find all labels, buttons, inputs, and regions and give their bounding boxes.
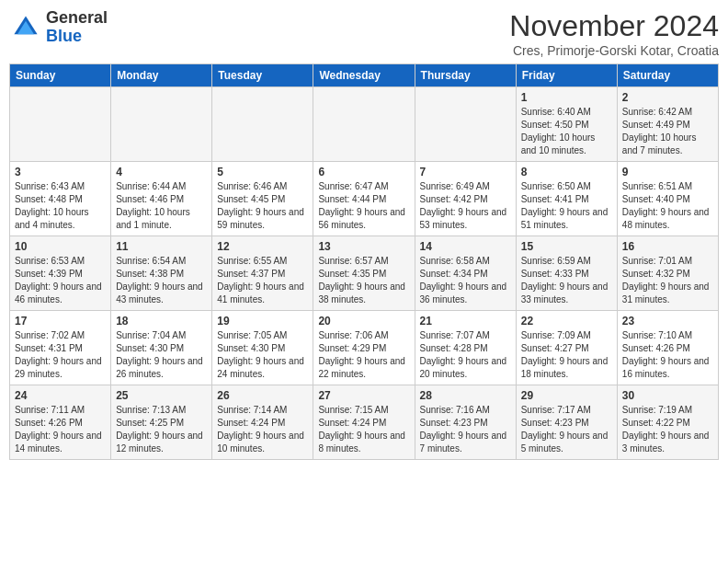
calendar-cell: 19Sunrise: 7:05 AM Sunset: 4:30 PM Dayli… bbox=[212, 311, 313, 385]
day-info: Sunrise: 6:55 AM Sunset: 4:37 PM Dayligh… bbox=[217, 255, 308, 306]
calendar-cell: 9Sunrise: 6:51 AM Sunset: 4:40 PM Daylig… bbox=[617, 162, 718, 236]
day-info: Sunrise: 7:04 AM Sunset: 4:30 PM Dayligh… bbox=[116, 329, 207, 381]
day-number: 26 bbox=[217, 389, 308, 402]
weekday-header-monday: Monday bbox=[111, 64, 212, 87]
calendar-cell: 8Sunrise: 6:50 AM Sunset: 4:41 PM Daylig… bbox=[516, 162, 617, 236]
day-number: 25 bbox=[116, 389, 207, 402]
day-number: 20 bbox=[318, 315, 409, 327]
day-info: Sunrise: 6:44 AM Sunset: 4:46 PM Dayligh… bbox=[116, 180, 207, 232]
logo-text: General Blue bbox=[46, 9, 108, 46]
calendar-cell: 10Sunrise: 6:53 AM Sunset: 4:39 PM Dayli… bbox=[10, 236, 111, 311]
location-subtitle: Cres, Primorje-Gorski Kotar, Croatia bbox=[509, 43, 719, 58]
weekday-header-friday: Friday bbox=[516, 64, 617, 87]
day-number: 8 bbox=[521, 166, 612, 178]
calendar-header: SundayMondayTuesdayWednesdayThursdayFrid… bbox=[10, 64, 719, 87]
calendar-week-2: 3Sunrise: 6:43 AM Sunset: 4:48 PM Daylig… bbox=[10, 162, 719, 236]
day-info: Sunrise: 7:09 AM Sunset: 4:27 PM Dayligh… bbox=[521, 329, 612, 381]
day-info: Sunrise: 7:07 AM Sunset: 4:28 PM Dayligh… bbox=[420, 329, 511, 381]
day-info: Sunrise: 7:05 AM Sunset: 4:30 PM Dayligh… bbox=[217, 329, 308, 381]
day-number: 6 bbox=[318, 166, 409, 178]
day-info: Sunrise: 6:49 AM Sunset: 4:42 PM Dayligh… bbox=[420, 180, 511, 232]
logo-general: General bbox=[46, 8, 108, 27]
day-info: Sunrise: 6:54 AM Sunset: 4:38 PM Dayligh… bbox=[116, 255, 207, 306]
calendar-cell: 5Sunrise: 6:46 AM Sunset: 4:45 PM Daylig… bbox=[212, 162, 313, 236]
calendar-cell: 20Sunrise: 7:06 AM Sunset: 4:29 PM Dayli… bbox=[313, 311, 415, 385]
calendar-cell: 18Sunrise: 7:04 AM Sunset: 4:30 PM Dayli… bbox=[111, 311, 212, 385]
calendar-cell: 2Sunrise: 6:42 AM Sunset: 4:49 PM Daylig… bbox=[617, 87, 718, 162]
day-number: 18 bbox=[116, 315, 207, 327]
month-title: November 2024 bbox=[509, 9, 719, 43]
calendar-body: 1Sunrise: 6:40 AM Sunset: 4:50 PM Daylig… bbox=[10, 87, 719, 460]
day-info: Sunrise: 6:42 AM Sunset: 4:49 PM Dayligh… bbox=[622, 106, 713, 157]
day-info: Sunrise: 7:13 AM Sunset: 4:25 PM Dayligh… bbox=[116, 404, 207, 455]
calendar-week-4: 17Sunrise: 7:02 AM Sunset: 4:31 PM Dayli… bbox=[10, 311, 719, 385]
day-info: Sunrise: 6:40 AM Sunset: 4:50 PM Dayligh… bbox=[521, 106, 612, 157]
day-number: 1 bbox=[521, 91, 612, 104]
day-number: 11 bbox=[116, 240, 207, 253]
day-info: Sunrise: 7:19 AM Sunset: 4:22 PM Dayligh… bbox=[622, 404, 713, 455]
day-info: Sunrise: 6:51 AM Sunset: 4:40 PM Dayligh… bbox=[622, 180, 713, 232]
day-info: Sunrise: 6:47 AM Sunset: 4:44 PM Dayligh… bbox=[318, 180, 409, 232]
day-number: 16 bbox=[622, 240, 713, 253]
calendar-cell: 14Sunrise: 6:58 AM Sunset: 4:34 PM Dayli… bbox=[415, 236, 516, 311]
day-number: 21 bbox=[420, 315, 511, 327]
title-area: November 2024 Cres, Primorje-Gorski Kota… bbox=[509, 9, 719, 58]
calendar-cell bbox=[212, 87, 313, 162]
weekday-header-tuesday: Tuesday bbox=[212, 64, 313, 87]
day-number: 28 bbox=[420, 389, 511, 402]
day-info: Sunrise: 7:06 AM Sunset: 4:29 PM Dayligh… bbox=[318, 329, 409, 381]
day-info: Sunrise: 6:43 AM Sunset: 4:48 PM Dayligh… bbox=[15, 180, 106, 232]
day-info: Sunrise: 6:58 AM Sunset: 4:34 PM Dayligh… bbox=[420, 255, 511, 306]
logo-icon bbox=[9, 11, 42, 44]
day-number: 3 bbox=[15, 166, 106, 178]
day-number: 12 bbox=[217, 240, 308, 253]
calendar-cell bbox=[10, 87, 111, 162]
calendar-cell: 26Sunrise: 7:14 AM Sunset: 4:24 PM Dayli… bbox=[212, 385, 313, 460]
day-number: 23 bbox=[622, 315, 713, 327]
day-number: 30 bbox=[622, 389, 713, 402]
day-info: Sunrise: 6:57 AM Sunset: 4:35 PM Dayligh… bbox=[318, 255, 409, 306]
calendar-cell: 16Sunrise: 7:01 AM Sunset: 4:32 PM Dayli… bbox=[617, 236, 718, 311]
calendar-cell bbox=[415, 87, 516, 162]
day-number: 7 bbox=[420, 166, 511, 178]
day-info: Sunrise: 7:02 AM Sunset: 4:31 PM Dayligh… bbox=[15, 329, 106, 381]
calendar-cell: 7Sunrise: 6:49 AM Sunset: 4:42 PM Daylig… bbox=[415, 162, 516, 236]
calendar-cell: 15Sunrise: 6:59 AM Sunset: 4:33 PM Dayli… bbox=[516, 236, 617, 311]
calendar-cell: 4Sunrise: 6:44 AM Sunset: 4:46 PM Daylig… bbox=[111, 162, 212, 236]
calendar-cell: 28Sunrise: 7:16 AM Sunset: 4:23 PM Dayli… bbox=[415, 385, 516, 460]
day-number: 27 bbox=[318, 389, 409, 402]
day-number: 22 bbox=[521, 315, 612, 327]
calendar-cell: 11Sunrise: 6:54 AM Sunset: 4:38 PM Dayli… bbox=[111, 236, 212, 311]
day-info: Sunrise: 6:50 AM Sunset: 4:41 PM Dayligh… bbox=[521, 180, 612, 232]
weekday-row: SundayMondayTuesdayWednesdayThursdayFrid… bbox=[10, 64, 719, 87]
calendar-cell: 23Sunrise: 7:10 AM Sunset: 4:26 PM Dayli… bbox=[617, 311, 718, 385]
calendar-cell: 6Sunrise: 6:47 AM Sunset: 4:44 PM Daylig… bbox=[313, 162, 415, 236]
logo: General Blue bbox=[9, 9, 108, 46]
calendar-cell: 27Sunrise: 7:15 AM Sunset: 4:24 PM Dayli… bbox=[313, 385, 415, 460]
day-info: Sunrise: 7:17 AM Sunset: 4:23 PM Dayligh… bbox=[521, 404, 612, 455]
day-number: 19 bbox=[217, 315, 308, 327]
calendar-week-5: 24Sunrise: 7:11 AM Sunset: 4:26 PM Dayli… bbox=[10, 385, 719, 460]
day-info: Sunrise: 7:14 AM Sunset: 4:24 PM Dayligh… bbox=[217, 404, 308, 455]
weekday-header-wednesday: Wednesday bbox=[313, 64, 415, 87]
logo-blue: Blue bbox=[46, 27, 82, 45]
page-header: General Blue November 2024 Cres, Primorj… bbox=[9, 9, 719, 58]
calendar-cell: 25Sunrise: 7:13 AM Sunset: 4:25 PM Dayli… bbox=[111, 385, 212, 460]
calendar-table: SundayMondayTuesdayWednesdayThursdayFrid… bbox=[9, 63, 719, 460]
day-info: Sunrise: 6:53 AM Sunset: 4:39 PM Dayligh… bbox=[15, 255, 106, 306]
calendar-cell: 12Sunrise: 6:55 AM Sunset: 4:37 PM Dayli… bbox=[212, 236, 313, 311]
day-number: 17 bbox=[15, 315, 106, 327]
day-number: 10 bbox=[15, 240, 106, 253]
weekday-header-sunday: Sunday bbox=[10, 64, 111, 87]
calendar-cell bbox=[313, 87, 415, 162]
calendar-cell: 24Sunrise: 7:11 AM Sunset: 4:26 PM Dayli… bbox=[10, 385, 111, 460]
calendar-week-3: 10Sunrise: 6:53 AM Sunset: 4:39 PM Dayli… bbox=[10, 236, 719, 311]
day-info: Sunrise: 7:01 AM Sunset: 4:32 PM Dayligh… bbox=[622, 255, 713, 306]
calendar-cell: 1Sunrise: 6:40 AM Sunset: 4:50 PM Daylig… bbox=[516, 87, 617, 162]
day-number: 24 bbox=[15, 389, 106, 402]
calendar-cell: 29Sunrise: 7:17 AM Sunset: 4:23 PM Dayli… bbox=[516, 385, 617, 460]
day-number: 9 bbox=[622, 166, 713, 178]
calendar-cell: 17Sunrise: 7:02 AM Sunset: 4:31 PM Dayli… bbox=[10, 311, 111, 385]
day-number: 5 bbox=[217, 166, 308, 178]
day-info: Sunrise: 7:11 AM Sunset: 4:26 PM Dayligh… bbox=[15, 404, 106, 455]
